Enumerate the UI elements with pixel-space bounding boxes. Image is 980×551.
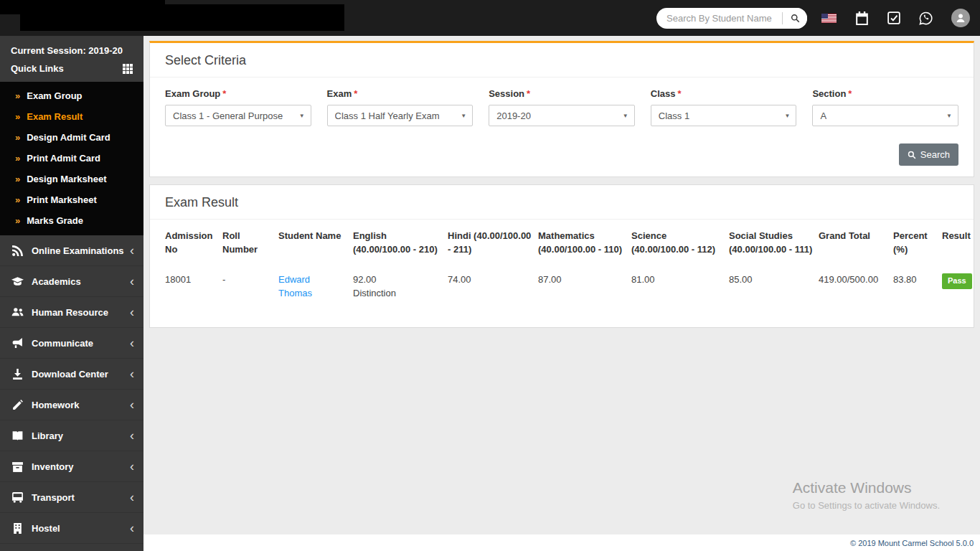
activate-windows-watermark: Activate Windows Go to Settings to activ… — [793, 479, 940, 511]
cell-social_studies: 85.00 — [729, 264, 819, 306]
user-avatar-icon[interactable] — [951, 9, 970, 27]
grid-icon[interactable] — [123, 64, 133, 74]
sidebar-subitem-design-admit-card[interactable]: »Design Admit Card — [0, 127, 143, 148]
sidebar-subitem-label: Print Marksheet — [27, 194, 97, 205]
select-class[interactable]: Class 1▼ — [651, 105, 797, 126]
select-criteria-title: Select Criteria — [150, 43, 974, 77]
quick-links-label: Quick Links — [11, 63, 64, 74]
sidebar-item-label: Transport — [32, 492, 75, 503]
table-header-row: Admission NoRoll NumberStudent NameEngli… — [165, 221, 980, 264]
column-header-percent: Percent (%) — [893, 221, 942, 264]
chevron-collapse-icon: ‹ — [130, 398, 134, 411]
select-value: A — [820, 110, 826, 121]
sidebar-item-label: Online Examinations — [32, 245, 124, 256]
sidebar: Current Session: 2019-20 Quick Links »Ex… — [0, 36, 143, 551]
criteria-form: Exam Group*Class 1 - General Purpose▼Exa… — [150, 77, 974, 126]
exam-result-table: Admission NoRoll NumberStudent NameEngli… — [165, 221, 980, 306]
sidebar-subitem-exam-result[interactable]: »Exam Result — [0, 106, 143, 127]
column-header-roll-number: Roll Number — [222, 221, 278, 264]
sidebar-item-label: Academics — [32, 276, 81, 287]
sidebar-item-label: Download Center — [32, 369, 108, 380]
sidebar-item-human-resource[interactable]: Human Resource‹ — [0, 297, 143, 328]
chevron-collapse-icon: ‹ — [130, 491, 134, 504]
sidebar-item-communicate[interactable]: Communicate‹ — [0, 328, 143, 359]
select-value: 2019-20 — [496, 110, 531, 121]
sidebar-item-label: Hostel — [32, 523, 60, 534]
required-asterisk: * — [527, 88, 530, 99]
sidebar-subitem-print-marksheet[interactable]: »Print Marksheet — [0, 189, 143, 210]
sidebar-subitem-label: Print Admit Card — [27, 153, 100, 164]
double-chevron-icon: » — [15, 111, 20, 122]
sidebar-item-transport[interactable]: Transport‹ — [0, 482, 143, 513]
academics-icon — [11, 276, 24, 288]
online-exam-icon — [11, 245, 24, 257]
download-icon — [11, 368, 24, 380]
homework-icon — [11, 399, 24, 411]
library-icon — [11, 430, 24, 442]
required-asterisk: * — [848, 88, 852, 99]
double-chevron-icon: » — [15, 153, 20, 164]
select-session[interactable]: 2019-20▼ — [489, 105, 635, 126]
transport-icon — [11, 491, 24, 504]
column-header-science-40-00-100-00-112: Science (40.00/100.00 - 112) — [631, 221, 729, 264]
hostel-icon — [11, 522, 24, 534]
select-section[interactable]: A▼ — [812, 105, 958, 126]
chevron-down-icon: ▼ — [623, 113, 628, 119]
sidebar-subitem-marks-grade[interactable]: »Marks Grade — [0, 210, 143, 231]
sidebar-item-inventory[interactable]: Inventory‹ — [0, 451, 143, 482]
copyright-text: © 2019 Mount Carmel School 5.0.0 — [850, 539, 974, 547]
sidebar-item-download-center[interactable]: Download Center‹ — [0, 359, 143, 390]
student-name-link[interactable]: Edward Thomas — [278, 273, 323, 301]
sidebar-item-library[interactable]: Library‹ — [0, 420, 143, 451]
inventory-icon — [11, 461, 24, 473]
global-search — [656, 8, 807, 29]
us-flag-icon[interactable] — [821, 14, 837, 23]
table-row: 18001-Edward Thomas92.00 Distinction74.0… — [165, 264, 980, 306]
sidebar-subitem-label: Design Marksheet — [27, 174, 106, 184]
sidebar-subitem-print-admit-card[interactable]: »Print Admit Card — [0, 148, 143, 169]
redacted-logo — [20, 4, 344, 31]
whatsapp-icon[interactable] — [919, 11, 933, 25]
calendar-icon[interactable] — [855, 11, 869, 25]
content-inner: Select Criteria Exam Group*Class 1 - Gen… — [143, 36, 980, 328]
sidebar-subitem-label: Exam Result — [27, 111, 83, 122]
sidebar-item-online-examinations[interactable]: Online Examinations‹ — [0, 235, 143, 266]
sidebar-subitem-label: Design Admit Card — [27, 132, 110, 143]
field-session: Session*2019-20▼ — [489, 88, 635, 126]
select-exam-group[interactable]: Class 1 - General Purpose▼ — [165, 105, 311, 126]
sidebar-item-label: Homework — [32, 400, 79, 410]
sidebar-subitem-design-marksheet[interactable]: »Design Marksheet — [0, 169, 143, 189]
sidebar-item-homework[interactable]: Homework‹ — [0, 390, 143, 420]
quick-links[interactable]: Quick Links — [0, 58, 143, 82]
select-exam[interactable]: Class 1 Half Yearly Exam▼ — [327, 105, 473, 126]
select-value: Class 1 — [659, 110, 689, 121]
result-badge: Pass — [942, 273, 972, 289]
watermark-line1: Activate Windows — [793, 479, 940, 496]
header-icons — [821, 9, 970, 27]
cell-admission_no: 18001 — [165, 264, 222, 306]
field-label: Exam Group* — [165, 88, 311, 99]
tasks-icon[interactable] — [887, 11, 900, 24]
select-value: Class 1 - General Purpose — [173, 110, 283, 121]
select-value: Class 1 Half Yearly Exam — [335, 110, 440, 121]
field-label: Section* — [812, 88, 958, 99]
search-input[interactable] — [656, 13, 782, 24]
chevron-collapse-icon: ‹ — [130, 306, 134, 319]
sidebar-subitem-exam-group[interactable]: »Exam Group — [0, 85, 143, 106]
chevron-collapse-icon: ‹ — [130, 244, 134, 257]
search-submit-button[interactable] — [783, 8, 807, 29]
chevron-collapse-icon: ‹ — [130, 460, 134, 473]
search-button[interactable]: Search — [899, 143, 958, 166]
double-chevron-icon: » — [15, 174, 20, 184]
required-asterisk: * — [677, 88, 681, 99]
chevron-collapse-icon: ‹ — [130, 429, 134, 442]
cell-student_name: Edward Thomas — [278, 264, 353, 306]
search-icon — [791, 14, 800, 23]
cell-hindi: 74.00 — [448, 264, 538, 306]
sidebar-item-hostel[interactable]: Hostel‹ — [0, 513, 143, 544]
column-header-student-name: Student Name — [278, 221, 353, 264]
column-header-social-studies-40-00-100-00-111: Social Studies (40.00/100.00 - 111) — [729, 221, 819, 264]
chevron-collapse-icon: ‹ — [130, 367, 134, 380]
double-chevron-icon: » — [15, 90, 20, 101]
sidebar-item-academics[interactable]: Academics‹ — [0, 266, 143, 297]
